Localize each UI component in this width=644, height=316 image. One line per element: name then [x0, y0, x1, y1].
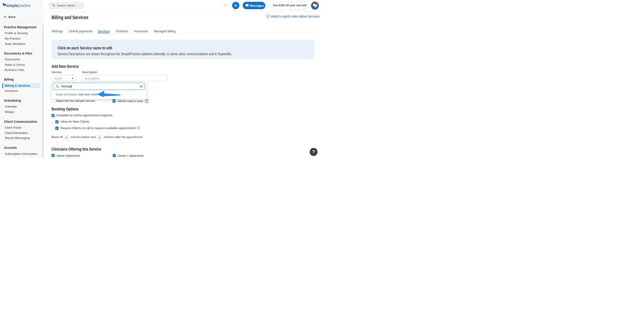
- svg-text:?: ?: [146, 100, 148, 102]
